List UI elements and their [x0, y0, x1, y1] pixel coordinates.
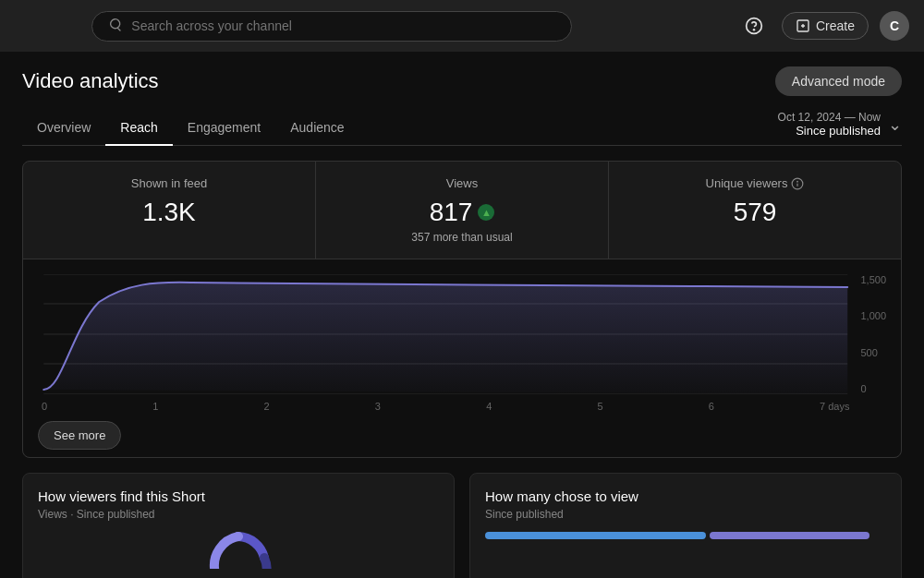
bottom-cards: How viewers find this Short Views · Sinc… [22, 473, 902, 578]
find-short-chart [38, 532, 439, 569]
chart-y-labels: 1,500 1,000 500 0 [853, 274, 886, 394]
find-short-title: How viewers find this Short [38, 488, 439, 504]
find-short-sub: Views · Since published [38, 508, 439, 521]
chevron-down-icon: ⌄ [888, 114, 902, 135]
chose-view-bars [485, 532, 886, 539]
tab-reach[interactable]: Reach [105, 111, 172, 146]
chart-container: 0 1 2 3 4 5 6 7 days 1,500 1,000 500 0 [23, 259, 901, 457]
tabs: Overview Reach Engagement Audience [22, 111, 359, 145]
create-button[interactable]: Create [782, 12, 869, 40]
tab-engagement[interactable]: Engagement [173, 111, 275, 146]
top-nav: Create C [0, 0, 924, 52]
page-content: Video analytics Advanced mode Overview R… [0, 52, 924, 578]
advanced-mode-button[interactable]: Advanced mode [775, 66, 902, 96]
x-label-1: 1 [152, 401, 158, 412]
chart-svg [38, 274, 853, 394]
x-label-5: 5 [597, 401, 602, 412]
tabs-row: Overview Reach Engagement Audience Oct 1… [22, 111, 902, 146]
x-label-0: 0 [42, 401, 47, 412]
nav-right: Create C [737, 9, 909, 42]
chose-view-title: How many chose to view [485, 488, 886, 504]
stat-sub-views: 357 more than usual [338, 231, 586, 244]
create-label: Create [816, 18, 855, 33]
y-label-0: 0 [860, 383, 886, 394]
info-icon [791, 177, 804, 190]
stats-row: Shown in feed 1.3K Views 817 ▲ 357 more … [23, 162, 901, 259]
stat-label-views: Views [338, 176, 586, 190]
stat-unique-viewers: Unique viewers 579 [609, 162, 901, 259]
donut-chart [201, 532, 275, 569]
date-range-selector[interactable]: Oct 12, 2024 — Now Since published ⌄ [778, 111, 902, 145]
stat-views: Views 817 ▲ 357 more than usual [316, 162, 609, 259]
stat-value-views: 817 ▲ [338, 198, 586, 227]
search-input[interactable] [131, 18, 556, 33]
card-chose-view: How many chose to view Since published [469, 473, 902, 578]
page-title: Video analytics [22, 69, 159, 93]
x-label-2: 2 [264, 401, 270, 412]
page-header: Video analytics Advanced mode [22, 66, 902, 96]
stat-label-shown: Shown in feed [45, 176, 293, 190]
see-more-button[interactable]: See more [38, 421, 121, 450]
tab-audience[interactable]: Audience [275, 111, 359, 146]
x-label-7days: 7 days [820, 401, 849, 412]
bar-segment-2 [710, 532, 870, 539]
y-label-1000: 1,000 [860, 310, 886, 321]
bar-segment-1 [485, 532, 706, 539]
chart-x-labels: 0 1 2 3 4 5 6 7 days [38, 401, 853, 412]
stat-value-shown: 1.3K [45, 198, 293, 227]
help-button[interactable] [737, 9, 771, 42]
x-label-3: 3 [375, 401, 381, 412]
search-bar[interactable] [91, 11, 572, 42]
up-trend-icon: ▲ [478, 204, 494, 221]
avatar[interactable]: C [880, 11, 909, 41]
tab-overview[interactable]: Overview [22, 111, 105, 146]
y-label-1500: 1,500 [860, 274, 886, 285]
x-label-4: 4 [486, 401, 492, 412]
y-label-500: 500 [860, 347, 886, 358]
chart-wrapper: 0 1 2 3 4 5 6 7 days 1,500 1,000 500 0 [38, 274, 886, 412]
stat-shown-in-feed: Shown in feed 1.3K [23, 162, 316, 259]
date-range-top: Oct 12, 2024 — Now [778, 111, 881, 124]
x-label-6: 6 [709, 401, 714, 412]
date-range-bottom: Since published [778, 124, 881, 138]
chart-area: 0 1 2 3 4 5 6 7 days [38, 274, 853, 412]
card-find-short: How viewers find this Short Views · Sinc… [22, 473, 455, 578]
search-icon [107, 18, 122, 35]
stat-label-unique: Unique viewers [631, 176, 879, 190]
stat-value-unique: 579 [631, 198, 879, 227]
date-range-text: Oct 12, 2024 — Now Since published [778, 111, 881, 138]
chose-view-sub: Since published [485, 508, 886, 521]
